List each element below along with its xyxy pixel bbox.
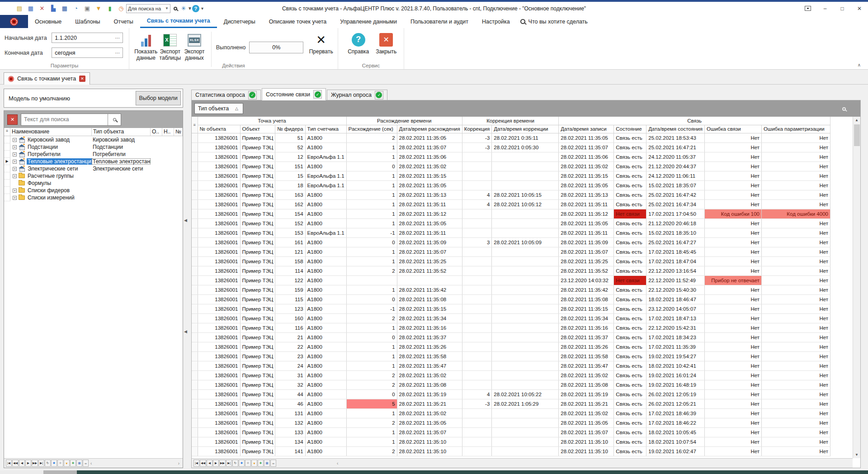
scroll-down-icon[interactable]: ▼	[855, 451, 859, 458]
tree-item[interactable]: Формулы	[4, 180, 183, 187]
table-row[interactable]: 13826001Пример ТЭЦ116А1800128.02.2021 11…	[192, 323, 830, 332]
nav-edit[interactable]: ✚	[70, 460, 76, 467]
table-row[interactable]: 13826001Пример ТЭЦ160А1800228.02.2021 11…	[192, 313, 830, 323]
end-date-field[interactable]: сегодня …	[52, 47, 123, 58]
date-picker-button[interactable]: …	[115, 49, 120, 54]
table-row[interactable]: 13826001Пример ТЭЦ161А1800028.02.2021 11…	[192, 237, 830, 247]
table-row[interactable]: 13826001Пример ТЭЦ151А1800028.02.2021 11…	[192, 161, 830, 171]
measure-cross-icon[interactable]: ✕	[38, 5, 46, 13]
column-header[interactable]: Дата/время расхождения	[397, 125, 462, 133]
tab-журнал-опроса[interactable]: Журнал опроса✓	[327, 90, 387, 100]
quick-search-combo[interactable]: Для поиска на ▼	[126, 4, 170, 13]
table-row[interactable]: 13826001Пример ТЭЦ115А1800028.02.2021 11…	[192, 294, 830, 304]
table-row[interactable]: 13826001Пример ТЭЦ153ЕвроАльфа 1.1-128.0…	[192, 228, 830, 237]
nav-prev-page[interactable]: ◀◀	[200, 460, 206, 467]
table-row[interactable]: 13826001Пример ТЭЦ44А1800028.02.2021 11:…	[192, 389, 830, 399]
help-icon[interactable]: ?	[192, 5, 199, 12]
table-row[interactable]: 13826001Пример ТЭЦ52А1800128.02.2021 11:…	[192, 142, 830, 152]
nav-first[interactable]: |◀	[193, 460, 199, 467]
table-row[interactable]: 13826001Пример ТЭЦ132А1800228.02.2021 11…	[192, 418, 830, 427]
clear-search-button[interactable]: ✕	[7, 114, 18, 125]
column-header[interactable]: Состояние	[614, 125, 646, 133]
table-row[interactable]: 13826001Пример ТЭЦ32А1800228.02.2021 11:…	[192, 380, 830, 389]
tree-column-header[interactable]: Тип объекта	[92, 128, 151, 136]
nav-layout[interactable]: ▦	[76, 460, 82, 467]
table-row[interactable]: 13826001Пример ТЭЦ12ЕвроАльфа 1.1128.02.…	[192, 152, 830, 161]
gauge-icon[interactable]: ◔	[72, 5, 80, 13]
nav-last[interactable]: ▶|	[38, 460, 44, 467]
column-header[interactable]: Тип счетчика	[305, 125, 346, 133]
meter-status-icon[interactable]: ▮	[106, 5, 114, 13]
ribbon-tab-7[interactable]: Управление данными	[333, 15, 404, 28]
column-header[interactable]: № объекта	[198, 125, 240, 133]
ribbon-tab-3[interactable]: Отчеты	[107, 15, 140, 28]
nav-append-disabled[interactable]: ✱	[57, 460, 63, 467]
nav-refresh[interactable]: ↻	[232, 460, 238, 467]
scroll-left-icon[interactable]: ‹	[335, 461, 340, 466]
date-picker-button[interactable]: …	[115, 34, 120, 39]
tree-item[interactable]: +Кировский заводКировский завод	[4, 136, 183, 143]
start-date-field[interactable]: 1.1.2020 …	[52, 33, 123, 43]
column-header[interactable]: Расхождение (сек)	[346, 125, 397, 133]
table-row[interactable]: 13826001Пример ТЭЦ18ЕвроАльфа 1.1128.02.…	[192, 180, 830, 190]
table-row[interactable]: 13826001Пример ТЭЦ51А1800228.02.2021 11:…	[192, 133, 830, 142]
splitter-collapse-icon[interactable]: ◀	[184, 329, 187, 334]
tree-search-input[interactable]	[21, 114, 108, 125]
journal-icon[interactable]: ▤	[15, 5, 24, 13]
expand-icon[interactable]: +	[13, 196, 17, 200]
ribbon-tab-6[interactable]: Описание точек учета	[262, 15, 334, 28]
nav-find[interactable]: ∞	[83, 460, 89, 467]
table-icon[interactable]: ▦	[27, 5, 35, 13]
expand-icon[interactable]: +	[13, 174, 17, 178]
nav-find[interactable]: ∞	[270, 460, 276, 467]
expand-icon[interactable]: +	[13, 138, 17, 142]
ribbon-tab-1[interactable]: Основные	[28, 15, 68, 28]
tree-item[interactable]: +Списки фидеров	[4, 187, 183, 194]
table-row[interactable]: 13826001Пример ТЭЦ141А1800228.02.2021 11…	[192, 446, 830, 456]
settings-gear-icon[interactable]: ✳	[179, 5, 188, 13]
expand-icon[interactable]: +	[13, 145, 17, 149]
table-row[interactable]: 13826001Пример ТЭЦ133А1800128.02.2021 11…	[192, 427, 830, 437]
help-button[interactable]: ? Справка	[345, 32, 372, 55]
nav-append[interactable]: ✱	[51, 460, 57, 467]
nav-last[interactable]: ▶|	[226, 460, 232, 467]
table-row[interactable]: 13826001Пример ТЭЦ162А1800128.02.2021 11…	[192, 199, 830, 209]
table-row[interactable]: 13826001Пример ТЭЦ158А1800128.02.2021 11…	[192, 256, 830, 266]
table-row[interactable]: 13826001Пример ТЭЦ21А1800028.02.2021 11:…	[192, 332, 830, 342]
tree-item[interactable]: +ПодстанцииПодстанции	[4, 143, 183, 151]
close-button[interactable]: ✕	[851, 2, 868, 15]
group-by-chip[interactable]: Тип объекта △	[194, 103, 243, 114]
tree-item[interactable]: ▶+Тепловые электростанциТепловые электро…	[4, 158, 183, 165]
nav-prev[interactable]: ◀	[19, 460, 25, 467]
tree-column-header[interactable]: Н..	[162, 128, 174, 136]
table-row[interactable]: 13826001Пример ТЭЦ123А1800-128.02.2021 1…	[192, 304, 830, 313]
nav-append-disabled[interactable]: ✱	[245, 460, 251, 467]
nav-first[interactable]: |◀	[6, 460, 12, 467]
column-header[interactable]: Коррекция	[462, 125, 492, 133]
table-row[interactable]: 13826001Пример ТЭЦ22А1800128.02.2021 11:…	[192, 342, 830, 351]
nav-next[interactable]: ▶	[25, 460, 31, 467]
abort-button[interactable]: ✕ Прервать	[309, 32, 333, 55]
column-header[interactable]: Дата/время состояния	[646, 125, 705, 133]
tree-item[interactable]: +Списки измерений	[4, 194, 183, 201]
ribbon-tab-9[interactable]: Настройка	[475, 15, 517, 28]
qat-overflow-icon[interactable]: ▾	[201, 6, 203, 11]
nav-layout[interactable]: ▦	[264, 460, 270, 467]
grid-search-icon[interactable]	[842, 104, 846, 113]
table-row[interactable]: 13826001Пример ТЭЦ24А1800128.02.2021 11:…	[192, 361, 830, 370]
sum-table-icon[interactable]: ▦	[61, 5, 69, 13]
vertical-scrollbar[interactable]: ▲ ▼	[853, 117, 860, 458]
tree-item[interactable]: +ПотребителиПотребители	[4, 151, 183, 158]
nav-next-page[interactable]: ▶▶	[32, 460, 38, 467]
tree-item[interactable]: +Расчетные группы	[4, 172, 183, 180]
bar-chart-icon[interactable]: ▙	[49, 5, 57, 13]
column-header[interactable]: Дата/время коррекции	[492, 125, 559, 133]
tree-item[interactable]: +Электрические сетиЭлектрические сети	[4, 165, 183, 172]
document-tab-close-icon[interactable]: ✕	[79, 76, 85, 82]
export-data-button[interactable]: XLSX Экспорт данных	[182, 32, 207, 62]
table-row[interactable]: 13826001Пример ТЭЦ31А1800228.02.2021 11:…	[192, 370, 830, 380]
table-row[interactable]: 13826001Пример ТЭЦ114А1800228.02.2021 11…	[192, 266, 830, 275]
table-row[interactable]: 13826001Пример ТЭЦ152А1800128.02.2021 11…	[192, 218, 830, 228]
nav-prev-page[interactable]: ◀◀	[12, 460, 19, 467]
select-model-button[interactable]: Выбор модели	[136, 91, 181, 105]
